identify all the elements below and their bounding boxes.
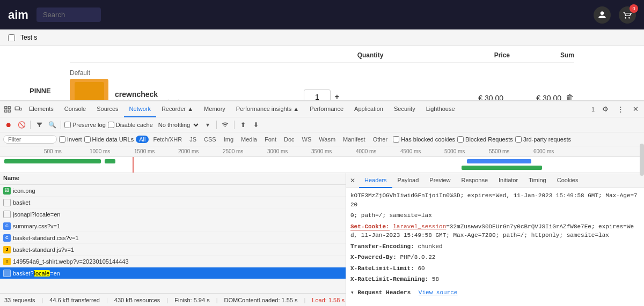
timeline-bar-1: [4, 159, 101, 163]
third-party-checkbox[interactable]: 3rd-party requests: [515, 136, 571, 143]
file-icon: C: [3, 234, 11, 242]
timeline-bar-2: [105, 159, 115, 163]
checkbox-row: Test s: [0, 29, 644, 46]
blocked-requests-checkbox[interactable]: Blocked Requests: [457, 136, 513, 143]
sum-header: Sum: [510, 51, 574, 59]
view-source-link[interactable]: View source: [419, 289, 458, 296]
header-key: X-RateLimit-Remaining:: [350, 276, 428, 282]
hide-data-urls-checkbox[interactable]: Hide data URLs: [84, 136, 134, 143]
header-key: Transfer-Encoding:: [350, 243, 414, 250]
tab-sources[interactable]: Sources: [91, 101, 123, 117]
list-item[interactable]: 🖼 icon.png: [0, 185, 346, 197]
network-list-header: Name: [0, 173, 346, 185]
delete-icon[interactable]: 🗑: [566, 93, 574, 101]
hide-data-urls-input[interactable]: [84, 136, 91, 143]
header-line: Transfer-Encoding: chunked: [350, 241, 640, 252]
test-checkbox[interactable]: [8, 34, 15, 41]
blocked-requests-input[interactable]: [457, 136, 464, 143]
network-conditions-icon[interactable]: [220, 120, 231, 130]
name-column-header: Name: [0, 173, 346, 184]
qty-input[interactable]: [304, 89, 331, 101]
header-value: kOTE3MzZjOGVhIiwidGFnIjoiIn0%3D; expires…: [350, 192, 638, 208]
filter-img-btn[interactable]: Img: [221, 136, 237, 143]
svg-rect-0: [5, 106, 7, 108]
filter-icon-btn[interactable]: [34, 120, 45, 130]
user-icon-btn[interactable]: [594, 6, 611, 24]
list-item[interactable]: C summary.css?v=1: [0, 220, 346, 232]
tab-application[interactable]: Application: [349, 101, 389, 117]
third-party-input[interactable]: [515, 136, 522, 143]
preserve-log-checkbox[interactable]: Preserve log: [64, 122, 106, 128]
filter-fetch-btn[interactable]: Fetch/XHR: [150, 136, 185, 143]
tab-elements[interactable]: Elements: [24, 101, 59, 117]
disable-cache-checkbox[interactable]: Disable cache: [108, 122, 153, 128]
network-list-items[interactable]: 🖼 icon.png basket jsonapi?locale=en C su…: [0, 185, 346, 293]
tab-recorder[interactable]: Recorder ▲: [156, 101, 199, 117]
close-devtools-icon[interactable]: ✕: [629, 103, 642, 116]
invert-input[interactable]: [59, 136, 65, 143]
list-item-selected[interactable]: basket?locale=en: [0, 267, 346, 279]
tab-security[interactable]: Security: [389, 101, 421, 117]
throttling-dropdown-icon[interactable]: ▾: [202, 120, 213, 130]
ruler-1000: 1000 ms: [89, 146, 110, 156]
rp-tab-cookies[interactable]: Cookies: [552, 173, 584, 188]
tab-network[interactable]: Network: [124, 101, 156, 117]
throttling-select[interactable]: No throttling: [155, 121, 200, 129]
rp-tab-payload[interactable]: Payload: [392, 173, 425, 188]
inspect-element-btn[interactable]: [2, 104, 13, 115]
blocked-cookies-input[interactable]: [393, 136, 399, 143]
filter-doc-btn[interactable]: Doc: [281, 136, 298, 143]
tab-lighthouse[interactable]: Lighthouse: [421, 101, 460, 117]
filter-wasm-btn[interactable]: Wasm: [316, 136, 339, 143]
filter-font-btn[interactable]: Font: [261, 136, 280, 143]
list-item[interactable]: basket: [0, 197, 346, 208]
qty-plus[interactable]: +: [334, 92, 339, 101]
tab-performance[interactable]: Performance: [304, 101, 349, 117]
invert-checkbox[interactable]: Invert: [59, 136, 82, 143]
clear-btn[interactable]: 🚫: [16, 120, 27, 130]
import-btn[interactable]: ⬆: [238, 120, 248, 130]
header-key: X-RateLimit-Limit:: [350, 265, 414, 272]
export-btn[interactable]: ⬇: [251, 120, 261, 130]
rp-tab-headers[interactable]: Headers: [359, 173, 392, 188]
filter-all-btn[interactable]: All: [136, 136, 149, 143]
ruler-4000: 4000 ms: [355, 146, 376, 156]
tab-console[interactable]: Console: [59, 101, 91, 117]
header-line: 0; path=/; samesite=lax: [350, 210, 640, 221]
list-item[interactable]: ! 149554a6_t-shirt.webp?v=20230105144443: [0, 256, 346, 267]
rp-tab-preview[interactable]: Preview: [424, 173, 456, 188]
ruler-500: 500 ms: [43, 146, 62, 156]
disable-cache-input[interactable]: [108, 122, 114, 128]
tab-perf-insights[interactable]: Performance insights ▲: [231, 101, 304, 117]
header-value: 58: [428, 276, 439, 282]
more-tools-icon[interactable]: ⋮: [614, 103, 627, 116]
search-btn[interactable]: 🔍: [47, 120, 57, 130]
item-name: jsonapi?locale=en: [13, 211, 343, 218]
filter-media-btn[interactable]: Media: [238, 136, 260, 143]
list-item[interactable]: J basket-standard.js?v=1: [0, 244, 346, 256]
filter-manifest-btn[interactable]: Manifest: [340, 136, 369, 143]
pinned-label: PINNE: [30, 87, 51, 95]
settings-icon[interactable]: ⚙: [599, 103, 612, 116]
preserve-log-input[interactable]: [64, 122, 71, 128]
responsive-btn[interactable]: [13, 104, 24, 115]
cart-icon-btn[interactable]: 0: [619, 6, 636, 24]
filter-css-btn[interactable]: CSS: [201, 136, 219, 143]
filter-ws-btn[interactable]: WS: [299, 136, 315, 143]
header-value: 0; path=/; samesite=lax: [350, 212, 432, 219]
filter-js-btn[interactable]: JS: [186, 136, 200, 143]
tab-memory[interactable]: Memory: [199, 101, 231, 117]
list-item[interactable]: jsonapi?locale=en: [0, 208, 346, 220]
rp-tab-timing[interactable]: Timing: [523, 173, 552, 188]
ruler-5000: 5000 ms: [443, 146, 465, 156]
blocked-cookies-checkbox[interactable]: Has blocked cookies: [393, 136, 455, 143]
rp-tab-initiator[interactable]: Initiator: [493, 173, 523, 188]
rp-tab-response[interactable]: Response: [456, 173, 493, 188]
filter-input[interactable]: [3, 135, 57, 144]
filter-other-btn[interactable]: Other: [370, 136, 391, 143]
search-input[interactable]: [36, 8, 101, 22]
record-btn[interactable]: ⏺: [3, 120, 14, 130]
timeline-bar-4: [462, 166, 542, 170]
close-right-panel-btn[interactable]: ✕: [347, 175, 358, 186]
list-item[interactable]: C basket-standard.css?v=1: [0, 232, 346, 244]
